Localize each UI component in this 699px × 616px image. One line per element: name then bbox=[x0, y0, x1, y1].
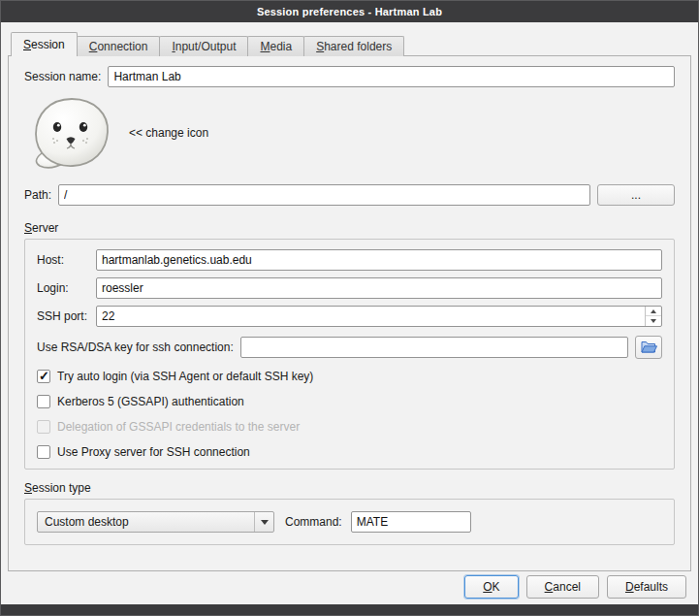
tab-shared-folders-label: Shared folders bbox=[316, 40, 392, 53]
tab-media-label: Media bbox=[260, 40, 292, 53]
session-type-groupbox: Custom desktop Command: bbox=[24, 499, 675, 545]
gssapi-delegation-label: Delegation of GSSAPI credentials to the … bbox=[57, 420, 300, 434]
session-name-label: Session name: bbox=[24, 70, 101, 83]
tab-session-label: Session bbox=[23, 38, 65, 51]
window-bottom-frame bbox=[1, 604, 698, 615]
login-row: Login: bbox=[37, 277, 662, 299]
path-browse-button[interactable]: ... bbox=[597, 184, 675, 206]
path-label: Path: bbox=[24, 188, 51, 202]
kerberos-checkbox-row[interactable]: Kerberos 5 (GSSAPI) authentication bbox=[37, 395, 662, 408]
titlebar[interactable]: Session preferences - Hartman Lab bbox=[1, 1, 698, 22]
spin-down-arrow-icon[interactable] bbox=[646, 316, 661, 326]
proxy-checkbox[interactable] bbox=[37, 445, 50, 459]
auto-login-label: Try auto login (via SSH Agent or default… bbox=[57, 370, 313, 383]
host-input[interactable] bbox=[96, 249, 662, 271]
rsa-key-input[interactable] bbox=[240, 337, 628, 358]
auto-login-checkbox-row[interactable]: Try auto login (via SSH Agent or default… bbox=[37, 370, 662, 383]
host-row: Host: bbox=[37, 249, 662, 271]
rsa-key-label: Use RSA/DSA key for ssh connection: bbox=[37, 340, 234, 354]
dialog-body: Session Connection Input/Output Media Sh… bbox=[1, 22, 698, 604]
tab-input-output[interactable]: Input/Output bbox=[159, 36, 248, 56]
session-icon-row: << change icon bbox=[24, 95, 675, 171]
gssapi-delegation-checkbox-row: Delegation of GSSAPI credentials to the … bbox=[37, 420, 662, 434]
auto-login-checkbox[interactable] bbox=[37, 370, 50, 383]
cancel-button[interactable]: Cancel bbox=[526, 575, 599, 599]
defaults-button[interactable]: Defaults bbox=[607, 575, 686, 599]
rsa-key-browse-button[interactable] bbox=[635, 336, 662, 359]
kerberos-checkbox[interactable] bbox=[37, 395, 50, 408]
command-label: Command: bbox=[285, 515, 342, 529]
path-row: Path: ... bbox=[24, 184, 675, 206]
ok-button[interactable]: OK bbox=[464, 575, 518, 599]
server-group-label: Server bbox=[24, 221, 675, 235]
change-icon-hint: << change icon bbox=[129, 126, 208, 140]
gssapi-delegation-checkbox bbox=[37, 420, 50, 434]
session-type-dropdown[interactable]: Custom desktop bbox=[37, 511, 274, 533]
tab-media[interactable]: Media bbox=[247, 36, 304, 56]
server-groupbox: Host: Login: SSH port: bbox=[24, 239, 675, 470]
command-input[interactable] bbox=[351, 511, 471, 533]
spin-buttons bbox=[645, 307, 661, 326]
session-type-selected-value: Custom desktop bbox=[45, 515, 254, 529]
rsa-key-row: Use RSA/DSA key for ssh connection: bbox=[37, 336, 662, 359]
dialog-footer: OK Cancel Defaults bbox=[8, 571, 691, 603]
tab-input-output-label: Input/Output bbox=[172, 40, 236, 53]
session-type-group-label: Session type bbox=[24, 481, 675, 495]
ssh-port-input[interactable] bbox=[96, 306, 662, 327]
seal-icon[interactable] bbox=[28, 95, 113, 171]
tab-bar: Session Connection Input/Output Media Sh… bbox=[8, 32, 691, 56]
tab-shared-folders[interactable]: Shared folders bbox=[303, 36, 404, 56]
tab-session[interactable]: Session bbox=[11, 32, 78, 56]
login-input[interactable] bbox=[96, 277, 662, 299]
session-preferences-dialog: Session preferences - Hartman Lab Sessio… bbox=[0, 0, 699, 616]
window-title: Session preferences - Hartman Lab bbox=[257, 6, 442, 17]
tab-connection-label: Connection bbox=[89, 40, 148, 53]
session-tab-panel: Session name: bbox=[8, 55, 691, 571]
chevron-down-icon bbox=[254, 512, 273, 532]
path-input[interactable] bbox=[58, 184, 590, 206]
login-label: Login: bbox=[37, 281, 96, 295]
spin-up-arrow-icon[interactable] bbox=[646, 307, 661, 316]
ssh-port-spinbox bbox=[96, 306, 662, 327]
folder-open-icon bbox=[641, 340, 657, 356]
proxy-label: Use Proxy server for SSH connection bbox=[57, 445, 250, 459]
ssh-port-row: SSH port: bbox=[37, 306, 662, 327]
ssh-port-label: SSH port: bbox=[37, 309, 96, 323]
kerberos-label: Kerberos 5 (GSSAPI) authentication bbox=[57, 395, 244, 408]
tab-connection[interactable]: Connection bbox=[77, 36, 161, 56]
session-name-input[interactable] bbox=[108, 66, 675, 87]
session-name-row: Session name: bbox=[24, 66, 675, 87]
host-label: Host: bbox=[37, 253, 96, 267]
proxy-checkbox-row[interactable]: Use Proxy server for SSH connection bbox=[37, 445, 662, 459]
